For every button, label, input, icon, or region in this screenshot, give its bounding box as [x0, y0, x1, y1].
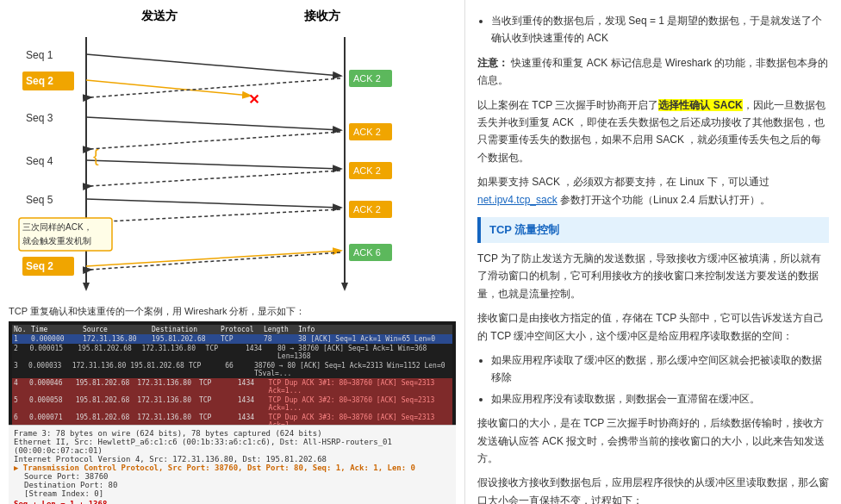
sack-link[interactable]: net.ipv4.tcp_sack: [477, 194, 558, 206]
svg-text:✕: ✕: [248, 92, 259, 107]
diagram-container: Seq 1 Seq 2 ✕ ACK 2 Seq 3: [17, 28, 448, 296]
para2-highlight: 选择性确认 SACK: [658, 99, 742, 111]
svg-line-6: [86, 80, 250, 96]
svg-line-18: [90, 171, 340, 186]
capture-title: TCP 重复确认和快速重传的一个案例，用 Wireshark 分析，显示如下：: [9, 305, 456, 318]
note-text: 快速重传和重复 ACK 标记信息是 Wireshark 的功能，非数据包本身的信…: [477, 57, 828, 86]
capture-table: No.TimeSourceDestinationProtocolLengthIn…: [9, 321, 456, 425]
note-para: 注意： 快速重传和重复 ACK 标记信息是 Wireshark 的功能，非数据包…: [477, 54, 829, 90]
svg-text:ACK 2: ACK 2: [353, 204, 381, 215]
svg-text:ACK 2: ACK 2: [353, 73, 381, 84]
capture-detail: Frame 3: 78 bytes on wire (624 bits), 78…: [9, 425, 456, 504]
note-label: 注意：: [477, 57, 508, 69]
svg-text:{: {: [93, 146, 99, 165]
section-para1: TCP 为了防止发送方无脑的发送数据，导致接收方缓冲区被填满，所以就有了滑动窗口…: [477, 250, 829, 302]
bullet2: 如果应用程序没有读取数据，则数据会一直滞留在缓冲区。: [491, 390, 829, 408]
svg-text:Seq 4: Seq 4: [26, 155, 53, 167]
svg-text:就会触发重发机制: 就会触发重发机制: [22, 236, 91, 246]
svg-text:ACK 2: ACK 2: [353, 165, 381, 176]
svg-text:Seq 2: Seq 2: [26, 75, 53, 87]
para3-prefix: 如果要支持 SACK ，必须双方都要支持，在 Linux 下，可以通过: [477, 176, 769, 188]
para3: 如果要支持 SACK ，必须双方都要支持，在 Linux 下，可以通过 net.…: [477, 173, 829, 208]
section-para3: 接收窗口的大小，是在 TCP 三次握手时协商好的，后续数据传输时，接收方发送确认…: [477, 414, 829, 467]
svg-line-32: [86, 251, 340, 266]
svg-line-17: [86, 160, 340, 169]
capture-section: TCP 重复确认和快速重传的一个案例，用 Wireshark 分析，显示如下： …: [9, 305, 456, 504]
svg-line-33: [90, 252, 340, 270]
svg-line-3: [86, 54, 340, 76]
receiver-label: 接收方: [304, 9, 340, 24]
svg-marker-36: [83, 283, 90, 291]
svg-text:ACK 6: ACK 6: [353, 247, 381, 258]
diagram-area: 发送方 接收方: [9, 9, 456, 302]
left-panel: 发送方 接收方: [0, 0, 465, 504]
svg-text:ACK 2: ACK 2: [353, 127, 381, 137]
diagram-svg: Seq 1 Seq 2 ✕ ACK 2 Seq 3: [17, 28, 448, 296]
section-para2: 接收窗口是由接收方指定的值，存储在 TCP 头部中，它可以告诉发送方自己的 TC…: [477, 309, 829, 345]
diagram-header: 发送方 接收方: [9, 9, 456, 24]
svg-line-13: [90, 132, 340, 149]
para3-suffix: 参数打开这个功能（Linux 2.4 后默认打开）。: [558, 194, 770, 206]
section-header: TCP 流量控制: [477, 217, 829, 243]
bullet1: 如果应用程序读取了缓冲区的数据，那么缓冲空间区就会把被读取的数据移除: [491, 352, 829, 387]
svg-line-22: [86, 199, 340, 208]
svg-text:三次同样的ACK，: 三次同样的ACK，: [22, 222, 92, 232]
svg-marker-37: [341, 283, 348, 291]
svg-text:Seq 2: Seq 2: [26, 260, 53, 272]
section-para4: 假设接收方接收到数据包后，应用层程序很快的从缓冲区里读取数据，那么窗口大小会一直…: [477, 474, 829, 504]
svg-text:Seq 3: Seq 3: [26, 112, 53, 124]
svg-text:Seq 5: Seq 5: [26, 194, 53, 206]
sender-label: 发送方: [141, 9, 178, 24]
svg-line-8: [90, 78, 340, 97]
right-panel: 当收到重传的数据包后，发现 Seq = 1 是期望的数据包，于是就发送了个确认收…: [465, 0, 841, 504]
svg-text:Seq 1: Seq 1: [26, 49, 53, 61]
top-bullets: 当收到重传的数据包后，发现 Seq = 1 是期望的数据包，于是就发送了个确认收…: [491, 12, 829, 47]
top-bullet-1: 当收到重传的数据包后，发现 Seq = 1 是期望的数据包，于是就发送了个确认收…: [491, 12, 829, 47]
svg-line-12: [86, 117, 340, 130]
para2: 以上案例在 TCP 三次握手时协商开启了选择性确认 SACK，因此一旦数据包丢失…: [477, 96, 829, 167]
para2-prefix: 以上案例在 TCP 三次握手时协商开启了: [477, 99, 658, 111]
svg-line-23: [90, 209, 340, 222]
section-bullets: 如果应用程序读取了缓冲区的数据，那么缓冲空间区就会把被读取的数据移除 如果应用程…: [491, 352, 829, 408]
